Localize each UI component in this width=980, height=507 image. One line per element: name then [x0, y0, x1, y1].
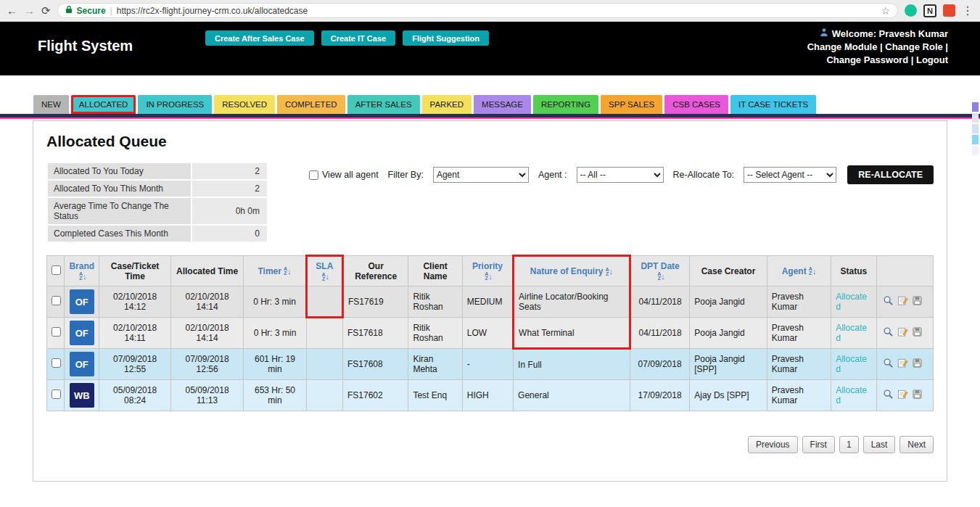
reallocate-select[interactable]: -- Select Agent --	[744, 167, 836, 183]
extension-green-circle-icon[interactable]	[905, 4, 917, 17]
edge-chip	[972, 113, 979, 123]
view-icon[interactable]	[883, 358, 894, 371]
column-header-sla[interactable]: SLAAZ↓	[306, 256, 342, 287]
reallocate-button[interactable]: RE-ALLOCATE	[847, 165, 934, 184]
agent-select[interactable]: -- All --	[577, 167, 664, 183]
cell-case_time: 02/10/2018 14:12	[99, 287, 170, 318]
cell-brand: WB	[65, 380, 99, 411]
pagination-previous[interactable]: Previous	[748, 436, 798, 453]
brand-badge-of: OF	[70, 321, 94, 345]
cell-priority: -	[462, 349, 513, 380]
create-after-sales-case-button[interactable]: Create After Sales Case	[205, 30, 314, 46]
view-icon[interactable]	[883, 389, 894, 402]
edit-icon[interactable]	[897, 358, 908, 371]
column-header-nature[interactable]: Nature of EnquiryAZ↓	[514, 256, 630, 287]
tab-after-sales[interactable]: AFTER SALES	[347, 95, 420, 114]
tab-allocated[interactable]: ALLOCATED	[71, 95, 136, 114]
status-badge: Allocated	[831, 318, 876, 349]
top-row: Allocated To You Today2Allocated To You …	[46, 162, 934, 243]
filter-by-select[interactable]: Agent	[433, 167, 529, 183]
row-checkbox[interactable]	[52, 327, 61, 337]
header-buttons: Create After Sales CaseCreate IT CaseFli…	[205, 30, 489, 46]
edit-icon[interactable]	[897, 326, 908, 339]
sort-icon[interactable]: AZ↓	[322, 273, 330, 281]
column-header-agent[interactable]: AgentAZ↓	[767, 256, 831, 287]
cell-timer: 0 Hr: 3 min	[244, 287, 306, 318]
stat-value: 0	[192, 226, 267, 242]
tab-spp-sales[interactable]: SPP SALES	[601, 95, 662, 114]
pagination-first[interactable]: First	[802, 436, 835, 453]
user-icon	[820, 28, 828, 41]
sort-icon[interactable]: AZ↓	[284, 267, 292, 276]
stat-row: Average Time To Change The Status0h 0m	[48, 198, 267, 224]
tab-resolved[interactable]: RESOLVED	[214, 95, 275, 114]
edit-icon[interactable]	[897, 389, 908, 402]
column-header-priority[interactable]: PriorityAZ↓	[462, 256, 513, 287]
address-bar[interactable]: Secure | https://rc2x-flight.journey-crm…	[57, 3, 898, 18]
select-all-header[interactable]	[47, 256, 65, 287]
tab-completed[interactable]: COMPLETED	[277, 95, 345, 114]
bookmark-star-icon[interactable]: ☆	[881, 5, 890, 17]
tab-parked[interactable]: PARKED	[422, 95, 472, 114]
extension-n-icon[interactable]: N	[923, 4, 936, 17]
cell-checkbox	[47, 318, 65, 349]
cell-dpt_date: 17/09/2018	[630, 380, 689, 411]
tab-csb-cases[interactable]: CSB CASES	[664, 95, 728, 114]
row-checkbox[interactable]	[52, 358, 61, 368]
sort-icon[interactable]: AZ↓	[79, 272, 87, 281]
tab-in-progress[interactable]: IN PROGRESS	[138, 95, 212, 114]
export-icon[interactable]	[912, 358, 923, 371]
cell-checkbox	[47, 287, 65, 318]
view-icon[interactable]	[883, 326, 894, 339]
browser-menu-icon[interactable]: ⋮	[962, 5, 973, 17]
sort-icon[interactable]: AZ↓	[485, 272, 493, 281]
sort-icon[interactable]: AZ↓	[657, 272, 665, 281]
app-title: Flight System	[38, 38, 133, 54]
stat-row: Completed Cases This Month0	[48, 226, 267, 242]
refresh-icon[interactable]: ⟳	[41, 5, 51, 16]
sort-icon[interactable]: AZ↓	[809, 267, 817, 276]
cell-timer: 0 Hr: 3 min	[244, 318, 306, 349]
row-checkbox[interactable]	[52, 389, 61, 399]
cell-brand: OF	[65, 287, 99, 318]
export-icon[interactable]	[912, 389, 923, 402]
tab-it-case-tickets[interactable]: IT CASE TICKETS	[730, 95, 816, 114]
pagination-next[interactable]: Next	[899, 436, 934, 453]
forward-icon[interactable]: →	[24, 5, 35, 16]
back-icon[interactable]: ←	[7, 5, 17, 16]
tab-bar: NEWALLOCATEDIN PROGRESSRESOLVEDCOMPLETED…	[33, 95, 980, 114]
url-text[interactable]: https://rc2x-flight.journey-crm.co.uk/al…	[117, 6, 308, 16]
column-label-client: Client Name	[423, 261, 447, 281]
view-icon[interactable]	[883, 295, 894, 308]
tab-message[interactable]: MESSAGE	[474, 95, 531, 114]
create-it-case-button[interactable]: Create IT Case	[321, 30, 395, 46]
sort-icon[interactable]: AZ↓	[606, 268, 614, 276]
export-icon[interactable]	[912, 295, 923, 308]
account-links-line2[interactable]: Change Password | Logout	[807, 54, 948, 67]
column-label-agent: Agent	[782, 266, 807, 276]
tab-new[interactable]: NEW	[33, 95, 69, 114]
export-icon[interactable]	[912, 326, 923, 339]
flight-suggestion-button[interactable]: Flight Suggestion	[403, 30, 489, 46]
pagination-1[interactable]: 1	[839, 436, 859, 453]
account-links-line1[interactable]: Change Module | Change Role |	[807, 41, 948, 54]
tab-reporting[interactable]: REPORTING	[533, 95, 598, 114]
pagination-last[interactable]: Last	[863, 436, 896, 453]
main-panel: Allocated Queue Allocated To You Today2A…	[33, 120, 947, 482]
cell-allocated_time: 07/09/2018 12:56	[170, 349, 243, 380]
view-all-agent-checkbox[interactable]	[309, 170, 318, 180]
cell-creator: Pooja Jangid	[690, 287, 767, 318]
column-header-dpt_date[interactable]: DPT DateAZ↓	[630, 256, 689, 287]
select-all-checkbox[interactable]	[52, 265, 61, 275]
filter-row: View all agent Filter By: Agent Agent : …	[309, 165, 934, 184]
column-label-brand: Brand	[69, 261, 94, 271]
column-label-status: Status	[841, 266, 868, 276]
edit-icon[interactable]	[897, 295, 908, 308]
extension-orange-icon[interactable]	[943, 4, 955, 17]
column-header-timer[interactable]: TimerAZ↓	[244, 256, 306, 287]
cell-client: Test Enq	[408, 380, 462, 411]
column-header-brand[interactable]: BrandAZ↓	[65, 256, 99, 287]
cell-checkbox	[47, 380, 65, 411]
view-all-agent[interactable]: View all agent	[309, 170, 379, 180]
row-checkbox[interactable]	[52, 296, 61, 305]
